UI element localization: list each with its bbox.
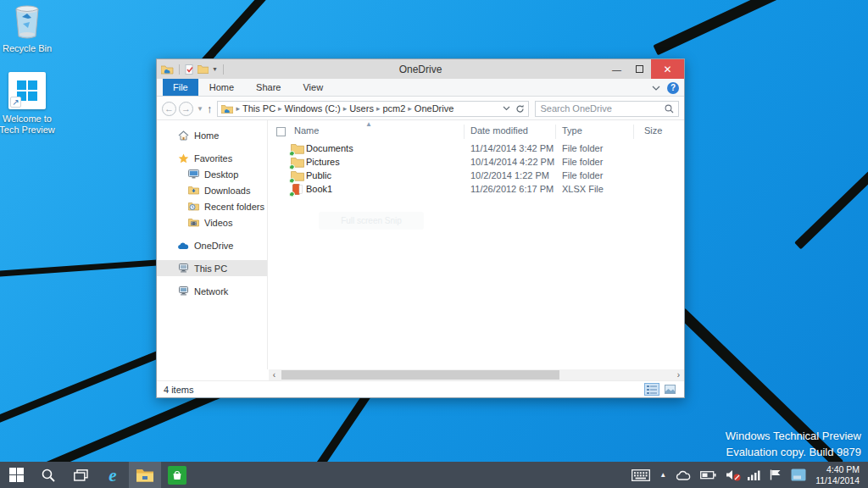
details-view-button[interactable] [644,383,659,396]
scroll-left-icon[interactable]: ‹ [269,369,280,380]
separator [179,64,180,75]
breadcrumb-pcm2[interactable]: pcm2 [382,103,405,114]
action-center-flag-icon[interactable] [770,469,782,480]
desktop-icon-recycle-bin[interactable]: Recycle Bin [0,5,58,54]
start-button[interactable] [0,462,32,488]
downloads-folder-icon [187,185,199,196]
title-bar: OneDrive ▼ — ✕ [157,59,684,79]
taskbar-clock[interactable]: 4:40 PM 11/14/2014 [815,464,860,486]
tab-view[interactable]: View [292,79,334,96]
select-all-checkbox[interactable] [276,127,286,136]
refresh-icon[interactable] [515,104,525,114]
show-hidden-icons-chevron[interactable]: ▲ [659,471,666,479]
touch-keyboard-icon[interactable] [632,469,650,481]
store-button[interactable] [161,462,193,488]
up-button[interactable]: ↑ [207,103,213,115]
back-button[interactable]: ← [162,102,176,116]
folder-icon [291,157,304,169]
breadcrumb-onedrive[interactable]: OneDrive [415,103,453,114]
nav-item-network[interactable]: Network [157,283,267,299]
nav-item-home[interactable]: Home [157,127,267,143]
file-row-pictures[interactable]: Pictures 10/14/2014 4:22 PM File folder [269,156,684,169]
onedrive-tray-icon[interactable] [676,470,691,480]
internet-explorer-button[interactable]: e [97,462,129,488]
home-icon [177,130,189,141]
watermark-line1: Windows Technical Preview [726,428,861,444]
large-icons-view-button[interactable] [662,383,677,396]
horizontal-scrollbar[interactable]: ‹ › [269,369,684,380]
windows-start-icon [9,468,24,482]
tab-share[interactable]: Share [245,79,292,96]
close-button[interactable]: ✕ [651,59,684,79]
maximize-button[interactable] [628,59,651,79]
desktop: Recycle Bin ↗ Welcome to Tech Preview Wi… [0,0,868,488]
scroll-right-icon[interactable]: › [673,369,684,380]
sync-check-icon [289,191,295,197]
file-row-book1[interactable]: Book1 11/26/2012 6:17 PM XLSX File 8 [269,183,684,197]
column-header-name[interactable]: Name [294,125,319,136]
volume-muted-icon[interactable] [726,469,738,480]
videos-folder-icon [187,217,199,228]
desktop-icon-label-line1: Welcome to [0,114,58,125]
tab-file[interactable]: File [163,79,198,96]
nav-item-videos[interactable]: Videos [157,214,267,230]
file-explorer-icon [136,468,154,482]
minimize-button[interactable]: — [605,59,628,79]
column-divider[interactable] [633,125,634,139]
folder-icon [291,170,304,182]
nav-item-onedrive[interactable]: OneDrive [157,237,267,253]
breadcrumb-windows-c[interactable]: Windows (C:) [285,103,341,114]
column-divider[interactable] [555,125,556,139]
wallpaper-beam [0,349,164,424]
help-icon[interactable]: ? [667,82,679,94]
breadcrumb-users[interactable]: Users [349,103,374,114]
file-explorer-button[interactable] [129,462,161,488]
store-icon [168,466,186,485]
clock-time: 4:40 PM [815,464,860,475]
system-menu-folder-icon[interactable] [161,64,174,75]
address-bar[interactable]: ▸ This PC ▸ Windows (C:) ▸ Users ▸ pcm2 … [217,101,529,117]
column-header-type[interactable]: Type [562,125,582,136]
taskbar-search-button[interactable] [32,462,64,488]
scrollbar-thumb[interactable] [281,370,559,380]
file-row-public[interactable]: Public 10/2/2014 1:22 PM File folder [269,169,684,183]
nav-item-favorites[interactable]: Favorites [157,150,267,166]
battery-icon[interactable] [700,470,716,480]
separator [223,64,224,75]
forward-button[interactable]: → [179,102,193,116]
taskbar: e ▲ [0,462,868,488]
ribbon-right-controls: ? [652,79,679,97]
items-count: 4 items [164,385,193,395]
watermark-line2: Evaluation copy. Build 9879 [726,444,861,460]
nav-item-this-pc[interactable]: This PC [157,260,267,276]
desktop-icon-welcome-to-tech-preview[interactable]: ↗ Welcome to Tech Preview [0,72,58,136]
minimize-ribbon-icon[interactable] [652,86,660,91]
nav-item-desktop[interactable]: Desktop [157,166,267,182]
column-header-row: ▲ Name Date modified Type Size [269,123,684,140]
nav-item-label: Recent folders [204,202,264,212]
properties-icon[interactable] [185,64,194,75]
search-input[interactable] [540,103,665,114]
search-icon[interactable] [665,104,674,114]
new-folder-icon[interactable] [198,64,209,74]
network-signal-icon[interactable] [748,470,760,480]
file-list-pane: ▲ Name Date modified Type Size [269,120,684,369]
tray-app-window-icon[interactable] [791,469,806,481]
column-header-size[interactable]: Size [644,125,662,136]
recent-locations-icon[interactable]: ▼ [197,105,203,113]
qat-dropdown-icon[interactable]: ▼ [212,66,218,72]
search-box[interactable] [535,101,679,117]
column-header-date-modified[interactable]: Date modified [470,125,528,136]
column-divider[interactable] [464,125,465,139]
task-view-button[interactable] [64,462,97,488]
address-dropdown-icon[interactable] [503,106,510,111]
tab-home[interactable]: Home [198,79,245,96]
nav-item-downloads[interactable]: Downloads [157,182,267,198]
nav-item-recent-folders[interactable]: Recent folders [157,198,267,214]
sort-ascending-icon: ▲ [365,120,372,128]
desktop-icon-label: Recycle Bin [0,43,58,54]
excel-file-icon [291,184,304,196]
file-row-documents[interactable]: Documents 11/14/2014 3:42 PM File folder [269,142,684,156]
search-icon [42,469,55,482]
breadcrumb-this-pc[interactable]: This PC [242,103,275,114]
